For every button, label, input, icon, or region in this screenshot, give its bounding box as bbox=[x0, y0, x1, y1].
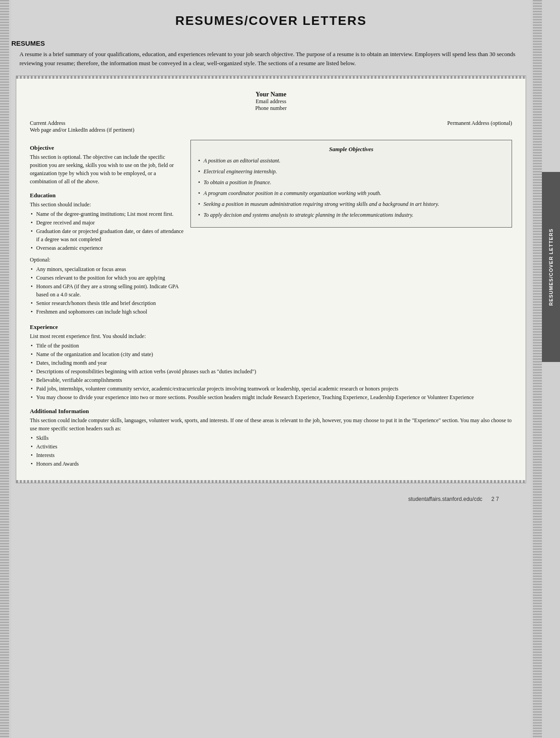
experience-title: Experience bbox=[30, 324, 512, 331]
list-item: Skills bbox=[30, 434, 512, 442]
sample-objective-item: Electrical engineering internship. bbox=[197, 167, 505, 176]
side-tab-label: RESUMES/COVER LETTERS bbox=[548, 229, 554, 306]
resume-phone: Phone number bbox=[30, 105, 512, 112]
objective-section-row: Objective This section is optional. The … bbox=[30, 140, 512, 317]
experience-section: Experience List most recent experience f… bbox=[30, 324, 512, 401]
objective-title: Objective bbox=[30, 144, 184, 152]
list-item: Interests bbox=[30, 451, 512, 459]
education-required-list: Name of the degree-granting institutions… bbox=[30, 210, 184, 252]
list-item: Honors and Awards bbox=[30, 460, 512, 468]
resume-address-row: Current Address Web page and/or LinkedIn… bbox=[30, 120, 512, 133]
list-item: Dates, including month and year bbox=[30, 359, 512, 367]
sample-objectives-title: Sample Objectives bbox=[197, 146, 505, 153]
additional-info-text: This section could include computer skil… bbox=[30, 416, 512, 433]
main-content: RESUMES/COVER LETTERS RESUMES A resume i… bbox=[11, 0, 531, 738]
sample-objective-item: Seeking a position in museum administrat… bbox=[197, 200, 505, 208]
side-tab: RESUMES/COVER LETTERS bbox=[542, 172, 560, 362]
left-decorative-strip bbox=[0, 0, 9, 738]
list-item: Senior research/honors thesis title and … bbox=[30, 299, 184, 307]
sample-objectives-list: A position as an editorial assistant. El… bbox=[197, 157, 505, 219]
list-item: Courses relevant to the position for whi… bbox=[30, 274, 184, 282]
list-item: Honors and GPA (if they are a strong sel… bbox=[30, 282, 184, 299]
objective-text: This section is optional. The objective … bbox=[30, 153, 184, 186]
education-title: Education bbox=[30, 192, 184, 199]
list-item: Freshmen and sophomores can include high… bbox=[30, 308, 184, 316]
permanent-address-label: Permanent Address (optional) bbox=[447, 120, 512, 133]
footer: studentaffairs.stanford.edu/cdc 2 7 bbox=[11, 492, 531, 506]
resume-name: Your Name bbox=[30, 91, 512, 98]
education-optional-list: Any minors, specialization or focus area… bbox=[30, 265, 184, 316]
list-item: Descriptions of responsibilities beginni… bbox=[30, 367, 512, 376]
page-background: RESUMES/COVER LETTERS RESUMES/COVER LETT… bbox=[0, 0, 560, 738]
resumes-section: RESUMES A resume is a brief summary of y… bbox=[11, 39, 531, 67]
sample-objectives-box: Sample Objectives A position as an edito… bbox=[190, 140, 512, 228]
list-item: You may choose to divide your experience… bbox=[30, 393, 512, 401]
list-item: Activities bbox=[30, 443, 512, 451]
resume-document: Your Name Email address Phone number Cur… bbox=[16, 76, 526, 483]
list-item: Name of the degree-granting institutions… bbox=[30, 210, 184, 218]
list-item: Paid jobs, internships, volunteer commun… bbox=[30, 385, 512, 393]
additional-info-title: Additional Information bbox=[30, 408, 512, 415]
sample-objective-item: To obtain a position in finance. bbox=[197, 178, 505, 186]
list-item: Overseas academic experience bbox=[30, 244, 184, 252]
optional-label: Optional: bbox=[30, 256, 184, 264]
additional-info-section: Additional Information This section coul… bbox=[30, 408, 512, 468]
sample-objective-item: A program coordinator position in a comm… bbox=[197, 189, 505, 197]
resume-email: Email address bbox=[30, 98, 512, 105]
list-item: Believable, verifiable accomplishments bbox=[30, 376, 512, 384]
list-item: Any minors, specialization or focus area… bbox=[30, 265, 184, 273]
education-intro: This section should include: bbox=[30, 200, 184, 209]
resume-header: Your Name Email address Phone number bbox=[30, 91, 512, 112]
list-item: Title of the position bbox=[30, 342, 512, 350]
list-item: Graduation date or projected graduation … bbox=[30, 227, 184, 243]
sample-objective-item: A position as an editorial assistant. bbox=[197, 157, 505, 165]
sample-objective-item: To apply decision and systems analysis t… bbox=[197, 211, 505, 219]
page-title: RESUMES/COVER LETTERS bbox=[11, 14, 531, 28]
resumes-heading: RESUMES bbox=[11, 39, 531, 47]
objective-right: Sample Objectives A position as an edito… bbox=[190, 140, 512, 317]
list-item: Degree received and major bbox=[30, 219, 184, 227]
experience-list: Title of the position Name of the organi… bbox=[30, 342, 512, 401]
web-address-label: Web page and/or LinkedIn address (if per… bbox=[30, 127, 134, 133]
right-decorative-strip bbox=[533, 0, 542, 738]
list-item: Name of the organization and location (c… bbox=[30, 350, 512, 358]
address-left: Current Address Web page and/or LinkedIn… bbox=[30, 120, 134, 133]
footer-url: studentaffairs.stanford.edu/cdc bbox=[408, 496, 482, 502]
current-address-label: Current Address bbox=[30, 120, 134, 127]
objective-left: Objective This section is optional. The … bbox=[30, 140, 184, 317]
footer-page: 2 7 bbox=[491, 496, 499, 502]
experience-intro: List most recent experience first. You s… bbox=[30, 332, 512, 340]
resumes-intro: A resume is a brief summary of your qual… bbox=[11, 50, 531, 67]
additional-info-list: Skills Activities Interests Honors and A… bbox=[30, 434, 512, 468]
